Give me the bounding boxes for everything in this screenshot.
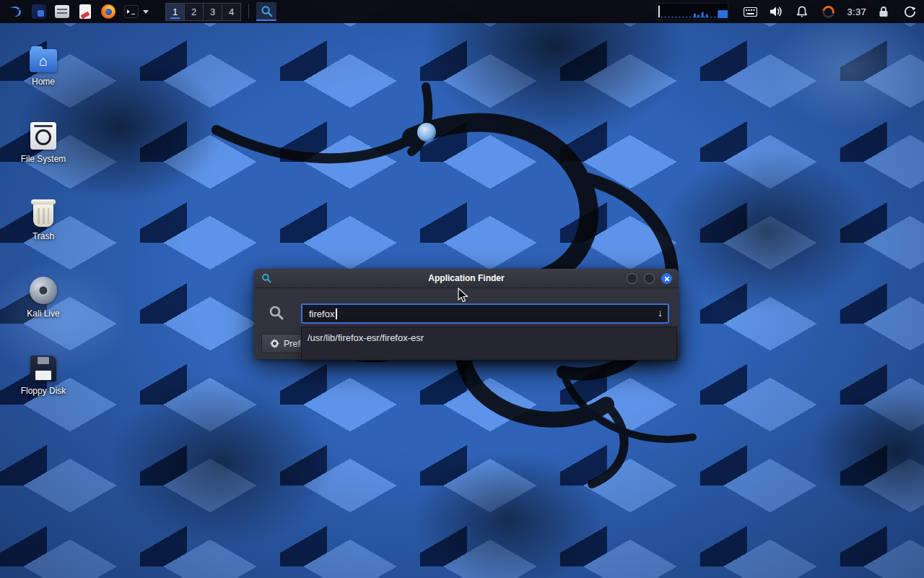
search-input[interactable]: firefox ↓ (301, 303, 669, 324)
power-session-icon[interactable] (901, 2, 918, 21)
desktop-icon-label: Home (32, 77, 55, 87)
workspace-4[interactable]: 4 (222, 3, 241, 21)
file-manager-icon[interactable] (52, 1, 72, 22)
window-body: firefox ↓ Preferences /usr/lib/firefox-e… (254, 288, 679, 359)
kali-menu-icon[interactable] (6, 1, 26, 22)
close-button[interactable] (661, 273, 672, 284)
window-title: Application Finder (254, 273, 679, 283)
workspace-1[interactable]: 1 (165, 3, 185, 21)
completion-popup: /usr/lib/firefox-esr/firefox-esr (301, 327, 677, 361)
text-editor-icon[interactable] (75, 1, 95, 22)
workspace-2[interactable]: 2 (184, 3, 204, 21)
desktop-icon-label: Kali Live (27, 309, 59, 319)
top-panel: 1 2 3 4 (0, 0, 924, 23)
volume-icon[interactable] (767, 2, 785, 21)
firefox-icon[interactable] (98, 1, 118, 22)
text-caret (336, 309, 337, 319)
clock[interactable]: 3:37 (847, 7, 866, 17)
trash-can-icon (33, 202, 53, 227)
home-folder-icon: ⌂ (30, 49, 57, 72)
gear-icon (270, 339, 279, 348)
search-input-value: firefox (309, 309, 334, 319)
desktop-icon-home[interactable]: ⌂ Home (9, 40, 78, 87)
desktop-icon-floppy-disk[interactable]: Floppy Disk (9, 350, 78, 396)
notifications-bell-icon[interactable] (793, 2, 811, 21)
desktop-icon-trash[interactable]: Trash (9, 195, 78, 241)
application-finder-window: Application Finder firefox ↓ (254, 269, 679, 359)
system-monitor-graph[interactable] (656, 3, 728, 20)
terminal-icon[interactable] (121, 1, 141, 22)
desktop: 1 2 3 4 (0, 0, 924, 578)
application-finder-launcher-icon[interactable] (256, 2, 276, 21)
completion-item[interactable]: /usr/lib/firefox-esr/firefox-esr (302, 327, 676, 348)
floppy-disk-icon (30, 355, 56, 381)
live-disc-icon (30, 277, 57, 304)
desktop-icon-kali-live[interactable]: Kali Live (9, 272, 78, 319)
search-icon (269, 305, 284, 324)
dropdown-arrow-icon[interactable]: ↓ (658, 307, 663, 319)
chevron-down-icon[interactable] (141, 2, 150, 21)
lock-icon[interactable] (875, 2, 892, 21)
file-system-drive-icon (30, 122, 56, 150)
updates-status-icon[interactable] (819, 2, 837, 21)
desktop-icon-label: File System (21, 154, 66, 164)
keyboard-icon[interactable] (741, 2, 759, 21)
desktop-icon-file-system[interactable]: File System (9, 118, 78, 164)
window-app-icon[interactable] (29, 1, 49, 22)
desktop-icon-label: Floppy Disk (21, 386, 66, 396)
workspace-switcher: 1 2 3 4 (166, 3, 241, 21)
titlebar[interactable]: Application Finder (254, 269, 679, 288)
panel-separator (248, 4, 249, 19)
minimize-button[interactable] (627, 273, 637, 284)
wallpaper-orb (417, 123, 436, 142)
maximize-button[interactable] (644, 273, 655, 284)
desktop-icon-label: Trash (32, 231, 54, 241)
workspace-3[interactable]: 3 (203, 3, 222, 21)
